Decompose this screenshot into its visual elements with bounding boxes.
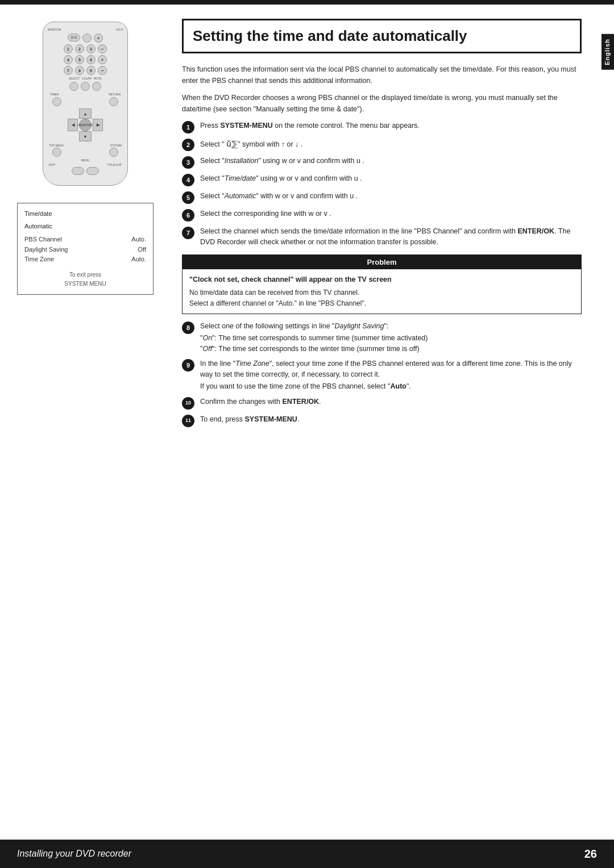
info-row-daylight: Daylight Saving Off bbox=[24, 245, 146, 255]
left-column: MONITOR A/CH ⊙/1 + 1 2 3 – 4 bbox=[0, 5, 171, 840]
info-header-1: Time/date bbox=[24, 209, 146, 219]
remote-row-9 bbox=[48, 167, 123, 175]
info-row-timezone: Time Zone Auto. bbox=[24, 254, 146, 265]
timezone-label: Time Zone bbox=[24, 254, 54, 265]
title-chap-label: TITLE/CHP bbox=[107, 163, 122, 166]
step-item-6: 6 Select the corresponding line with w o… bbox=[182, 208, 582, 222]
steps-list-after: 8 Select one of the following settings i… bbox=[182, 321, 582, 427]
edit-label: EDIT bbox=[49, 163, 55, 166]
problem-line-1: No time/date data can be received from t… bbox=[189, 287, 574, 298]
step-text-7: Select the channel which sends the time/… bbox=[200, 226, 582, 248]
info-rows: PBS Channel Auto. Daylight Saving Off Ti… bbox=[24, 235, 146, 265]
step-text-11: To end, press SYSTEM-MENU. bbox=[200, 414, 582, 425]
step-text-2: Select " ǔ⅀" symbol with ↑ or ↓ . bbox=[200, 138, 582, 150]
btn-return bbox=[109, 97, 118, 106]
step-text-9: In the line "Time Zone", select your tim… bbox=[200, 358, 582, 391]
problem-content: "Clock not set, check channel" will appe… bbox=[182, 269, 581, 314]
top-border bbox=[0, 0, 614, 5]
step-num-8: 8 bbox=[182, 322, 194, 334]
daylight-value: Off bbox=[138, 245, 146, 255]
step-num-9: 9 bbox=[182, 359, 194, 372]
btn-timer bbox=[52, 97, 61, 106]
remote-row-3: 4 5 6 + bbox=[48, 55, 123, 64]
step-num-4: 4 bbox=[182, 174, 194, 186]
step-num-1: 1 bbox=[182, 121, 194, 133]
btn-down: ▼ bbox=[79, 131, 92, 141]
btn-ch-down: + bbox=[94, 34, 103, 43]
btn-8: 8 bbox=[75, 66, 84, 75]
return-label: RETURN bbox=[109, 93, 121, 96]
monitor-label: MONITOR bbox=[48, 28, 61, 31]
info-row-pbs: PBS Channel Auto. bbox=[24, 235, 146, 245]
system-label: SYSTEM bbox=[110, 144, 122, 147]
intro-paragraph-1: This function uses the information sent … bbox=[182, 64, 582, 86]
btn-mute bbox=[92, 82, 101, 91]
btn-top-menu bbox=[52, 148, 61, 157]
ach-label: A/CH bbox=[116, 28, 123, 31]
step-text-5: Select "Automatic" with w or v and confi… bbox=[200, 191, 582, 202]
nav-mid-row: ◀ OKENTER ▶ bbox=[68, 119, 103, 131]
remote-row-6 bbox=[48, 82, 123, 91]
remote-row-7 bbox=[48, 97, 123, 106]
problem-header: Problem bbox=[182, 255, 581, 269]
top-menu-label: TOP MENU bbox=[49, 144, 64, 147]
mute-label: MUTE bbox=[94, 77, 102, 80]
step-text-10: Confirm the changes with ENTER/OK. bbox=[200, 397, 582, 407]
page-title: Setting the time and date automatically bbox=[193, 27, 571, 45]
step-item-9: 9 In the line "Time Zone", select your t… bbox=[182, 358, 582, 391]
remote-row-2: 1 2 3 – bbox=[48, 44, 123, 53]
menu-label: MENU bbox=[48, 158, 123, 162]
btn-select bbox=[69, 82, 78, 91]
step-num-5: 5 bbox=[182, 191, 194, 204]
nav-up-row: ▲ bbox=[79, 108, 92, 119]
footer-page-number: 26 bbox=[584, 848, 597, 861]
btn-title-chp bbox=[86, 167, 99, 175]
step-item-7: 7 Select the channel which sends the tim… bbox=[182, 226, 582, 248]
info-header-2: Automatic bbox=[24, 222, 146, 232]
btn-6: 6 bbox=[86, 55, 96, 64]
remote-control-illustration: MONITOR A/CH ⊙/1 + 1 2 3 – 4 bbox=[40, 22, 131, 186]
remote-row-7-labels: TIMER RETURN bbox=[50, 93, 121, 96]
problem-box: Problem "Clock not set, check channel" w… bbox=[182, 254, 582, 314]
step-item-5: 5 Select "Automatic" with w or v and con… bbox=[182, 191, 582, 204]
remote-row-5: SELECT CLEAR MUTE bbox=[48, 77, 123, 80]
remote-bottom-labels: TOP MENU SYSTEM bbox=[49, 144, 122, 147]
step-num-11: 11 bbox=[182, 415, 194, 427]
pbs-channel-value: Auto. bbox=[131, 235, 146, 245]
btn-left: ◀ bbox=[68, 119, 78, 131]
btn-2: 2 bbox=[75, 44, 84, 53]
timer-label: TIMER bbox=[50, 93, 59, 96]
nav-down-row: ▼ bbox=[79, 131, 92, 141]
btn-ch-up bbox=[82, 34, 92, 43]
footer-left-text: Installing your DVD recorder bbox=[17, 849, 131, 859]
btn-4: 4 bbox=[64, 55, 73, 64]
remote-body: MONITOR A/CH ⊙/1 + 1 2 3 – 4 bbox=[43, 22, 128, 186]
remote-top-labels: MONITOR A/CH bbox=[48, 28, 123, 31]
btn-7: 7 bbox=[64, 66, 73, 75]
title-block: Setting the time and date automatically bbox=[182, 19, 582, 53]
btn-3: 3 bbox=[86, 44, 96, 53]
step-text-3: Select "Installation" using w or v and c… bbox=[200, 156, 582, 166]
btn-1: 1 bbox=[64, 44, 73, 53]
btn-9: 9 bbox=[86, 66, 96, 75]
timezone-value: Auto. bbox=[131, 254, 146, 265]
right-column: Setting the time and date automatically … bbox=[171, 5, 601, 840]
step-text-8: Select one of the following settings in … bbox=[200, 321, 582, 354]
step-num-7: 7 bbox=[182, 227, 194, 239]
step-num-3: 3 bbox=[182, 156, 194, 169]
problem-title: "Clock not set, check channel" will appe… bbox=[189, 274, 574, 285]
daylight-label: Daylight Saving bbox=[24, 245, 68, 255]
step-item-1: 1 Press SYSTEM-MENU on the remote contro… bbox=[182, 120, 582, 133]
select-label: SELECT bbox=[69, 77, 80, 80]
step-num-6: 6 bbox=[182, 209, 194, 222]
info-box: Time/date Automatic PBS Channel Auto. Da… bbox=[17, 203, 154, 295]
btn-up: ▲ bbox=[79, 108, 92, 119]
step-num-2: 2 bbox=[182, 139, 194, 151]
step-item-2: 2 Select " ǔ⅀" symbol with ↑ or ↓ . bbox=[182, 138, 582, 151]
btn-clear bbox=[81, 82, 90, 91]
btn-6-1: ⊙/1 bbox=[68, 34, 80, 41]
step-item-3: 3 Select "Installation" using w or v and… bbox=[182, 156, 582, 169]
footer-bar: Installing your DVD recorder 26 bbox=[0, 840, 614, 868]
clear-label: CLEAR bbox=[82, 77, 92, 80]
step-item-4: 4 Select "Time/date" using w or v and co… bbox=[182, 173, 582, 186]
